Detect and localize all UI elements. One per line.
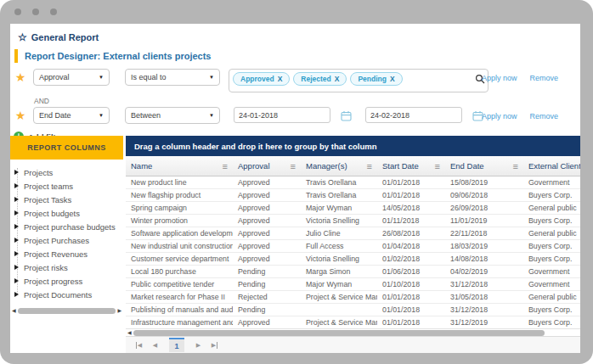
scrollbar-thumb[interactable] (18, 308, 116, 314)
table-cell: 01/06/2018 (377, 267, 445, 276)
column-menu-icon[interactable]: ≡ (291, 161, 296, 171)
column-header-start-date[interactable]: Start Date≡ (377, 156, 445, 176)
filter-values-multiselect[interactable]: ApprovedXRejectedXPendingX (229, 69, 489, 92)
table-cell: Major Wyman (301, 204, 377, 212)
sidebar-item-label: Project teams (24, 182, 73, 191)
sidebar-item-project-progress[interactable]: Project progress (10, 274, 123, 288)
remove-tag-icon[interactable]: X (278, 75, 283, 83)
group-by-drop-zone[interactable]: Drag a column header and drop it here to… (126, 136, 580, 156)
tree-expand-icon[interactable] (14, 183, 19, 188)
current-page-button[interactable]: 1 (169, 338, 184, 352)
table-cell: 09/06/2018 (445, 191, 523, 199)
scroll-left-icon[interactable]: ◀ (12, 307, 16, 315)
table-row[interactable]: Public competitive tenderPendingMajor Wy… (126, 278, 580, 291)
window-titlebar (0, 0, 593, 24)
tree-expand-icon[interactable] (14, 224, 19, 229)
remove-link[interactable]: Remove (529, 74, 558, 82)
remove-link[interactable]: Remove (529, 112, 558, 120)
column-header-end-date[interactable]: End Date≡ (445, 156, 523, 176)
remove-tag-icon[interactable]: X (335, 75, 340, 83)
last-page-button[interactable]: ▶ (208, 339, 221, 351)
table-row[interactable]: New product lineApprovedTravis Orellana0… (126, 176, 580, 189)
table-cell: Approved (233, 255, 301, 263)
sidebar-item-label: Projects (24, 168, 53, 177)
first-page-button[interactable]: ◀ (133, 339, 145, 351)
table-row[interactable]: Customer service departmentApprovedVicto… (126, 253, 580, 266)
column-header-external-client[interactable]: External Client (523, 156, 580, 176)
tree-expand-icon[interactable] (14, 265, 19, 270)
table-cell: 11/01/2019 (445, 216, 523, 225)
sidebar-item-project-revenues[interactable]: Project Revenues (10, 247, 123, 260)
tree-expand-icon[interactable] (14, 278, 19, 283)
table-row[interactable]: New flagship productApprovedTravis Orell… (126, 189, 580, 202)
window-dot[interactable] (32, 8, 39, 15)
filter-tag[interactable]: PendingX (350, 72, 402, 86)
column-menu-icon[interactable]: ≡ (513, 161, 518, 171)
sidebar-item-project-budgets[interactable]: Project budgets (10, 206, 123, 220)
tree-expand-icon[interactable] (14, 238, 19, 243)
previous-page-button[interactable]: ◀ (149, 339, 161, 351)
pagination-bar: ◀ ◀ 1 ▶ ▶ (126, 336, 580, 353)
column-menu-icon[interactable]: ≡ (435, 161, 440, 171)
sidebar-item-project-purchases[interactable]: Project Purchases (10, 233, 123, 247)
sidebar-item-projects[interactable]: Projects (10, 165, 123, 179)
sidebar-item-project-tasks[interactable]: Project Tasks (10, 193, 123, 206)
tree-expand-icon[interactable] (14, 251, 19, 256)
sidebar-item-project-documents[interactable]: Project Documents (10, 288, 123, 301)
table-cell: Marga Simon (301, 267, 377, 276)
table-row[interactable]: Infrastructure management and iApprovedP… (126, 316, 580, 328)
date-from-input[interactable] (234, 107, 330, 123)
table-cell: 31/12/2019 (445, 318, 523, 327)
favorite-star-icon[interactable]: ☆ (18, 33, 27, 42)
column-header-approval[interactable]: Approval≡ (233, 156, 301, 176)
calendar-icon[interactable] (341, 109, 352, 125)
filter-tag[interactable]: ApprovedX (233, 72, 290, 86)
table-cell: Rejected (233, 293, 301, 301)
filter-tag[interactable]: RejectedX (293, 72, 347, 86)
scroll-right-icon[interactable]: ▶ (117, 307, 121, 315)
apply-now-link[interactable]: Apply now (482, 74, 517, 82)
table-row[interactable]: Local 180 purchasePendingMarga Simon01/0… (126, 266, 580, 278)
table-cell: 01/01/2018 (377, 305, 445, 314)
column-header-name[interactable]: Name≡ (126, 156, 233, 176)
column-header-manager-s-[interactable]: Manager(s)≡ (301, 156, 377, 176)
table-row[interactable]: Winter promotionApprovedVictoria Snellin… (126, 215, 580, 227)
sidebar-item-label: Project Revenues (24, 249, 88, 259)
window-dot[interactable] (14, 8, 21, 15)
filter-tag-label: Approved (240, 75, 274, 83)
table-row[interactable]: New industrial unit constructionApproved… (126, 240, 580, 253)
sidebar-item-project-teams[interactable]: Project teams (10, 179, 123, 193)
browser-window: ☆ General Report Report Designer: Extern… (0, 0, 593, 364)
sidebar-item-project-risks[interactable]: Project risks (10, 260, 123, 274)
filter-operator-select[interactable]: Between ▼ (125, 107, 220, 124)
table-row[interactable]: Market research for Phase IIRejectedProj… (126, 291, 580, 304)
table-row[interactable]: Spring campaignApprovedMajor Wyman14/05/… (126, 202, 580, 215)
sidebar-item-project-purchase-budgets[interactable]: Project purchase budgets (10, 220, 123, 233)
table-cell: Government (523, 280, 580, 288)
filter-star-icon[interactable]: ★ (14, 71, 26, 83)
column-menu-icon[interactable]: ≡ (223, 161, 228, 171)
table-horizontal-scrollbar[interactable]: ◀ (126, 328, 580, 336)
table-row[interactable]: Publishing of manuals and audioPending01… (126, 304, 580, 316)
table-cell: 01/01/2018 (377, 178, 445, 187)
window-dot[interactable] (50, 8, 57, 15)
date-to-input[interactable] (365, 107, 462, 123)
table-row[interactable]: Software application developmenApprovedJ… (126, 227, 580, 240)
tree-expand-icon[interactable] (14, 197, 19, 202)
tree-expand-icon[interactable] (14, 210, 19, 216)
scrollbar-thumb[interactable] (133, 330, 545, 336)
filter-field-select[interactable]: Approval ▼ (33, 69, 110, 86)
table-cell: Victoria Snelling (301, 255, 377, 263)
sidebar-horizontal-scrollbar[interactable]: ◀ ▶ (10, 307, 123, 315)
tree-expand-icon[interactable] (14, 292, 19, 297)
table-cell: Approved (233, 318, 301, 327)
apply-now-link[interactable]: Apply now (482, 112, 517, 120)
table-cell: Approved (233, 191, 301, 199)
remove-tag-icon[interactable]: X (390, 75, 395, 83)
tree-expand-icon[interactable] (14, 170, 19, 175)
filter-star-icon[interactable]: ★ (14, 109, 26, 121)
filter-operator-select[interactable]: Is equal to ▼ (125, 69, 220, 86)
filter-field-select[interactable]: End Date ▼ (33, 107, 110, 124)
column-menu-icon[interactable]: ≡ (367, 161, 372, 171)
next-page-button[interactable]: ▶ (192, 339, 205, 351)
